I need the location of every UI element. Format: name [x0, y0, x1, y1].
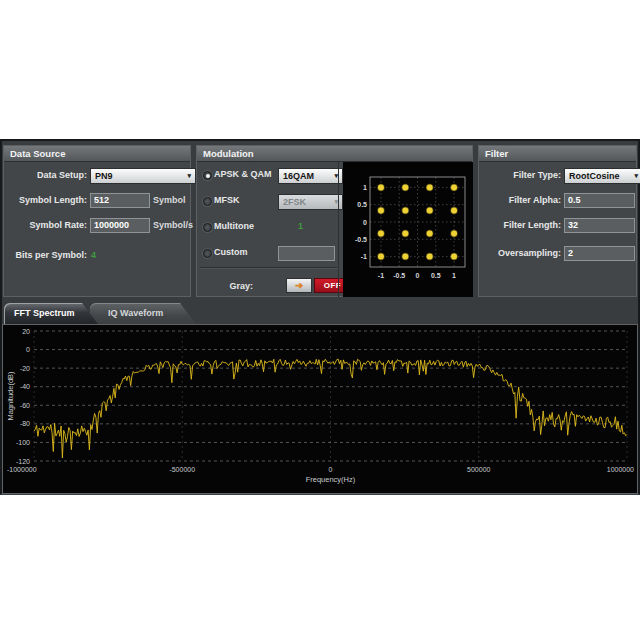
svg-text:Magnitude(dB): Magnitude(dB): [6, 371, 15, 421]
panel-data-source: Data Source Data Setup: PN9 ▾ Symbol Len…: [3, 145, 191, 297]
gray-toggle-arrow-button[interactable]: ➜: [286, 278, 312, 293]
svg-text:-1000000: -1000000: [7, 466, 37, 473]
custom-label: Custom: [214, 245, 248, 260]
filter-type-label: Filter Type:: [479, 168, 561, 183]
oversampling-input[interactable]: [564, 246, 635, 261]
apsk-qam-label: APSK & QAM: [214, 167, 272, 182]
svg-text:-80: -80: [20, 420, 30, 427]
filter-alpha-input[interactable]: [564, 193, 635, 208]
bits-per-symbol-value: 4: [91, 248, 96, 263]
svg-text:-0.5: -0.5: [355, 236, 367, 243]
radio-multitone[interactable]: [203, 223, 212, 232]
radio-custom[interactable]: [203, 249, 212, 258]
symbol-length-unit: Symbol: [153, 193, 186, 208]
filter-length-input[interactable]: [564, 218, 635, 233]
constellation-plot: -1-1-0.5-0.5000.50.511: [343, 162, 473, 297]
apsk-qam-value: 16QAM: [283, 171, 314, 181]
apsk-qam-select[interactable]: 16QAM ▾: [278, 168, 343, 184]
svg-text:0: 0: [363, 219, 367, 226]
arrow-right-icon: ➜: [295, 280, 303, 291]
svg-text:-1: -1: [361, 253, 367, 260]
signal-generator-window: Data Source Data Setup: PN9 ▾ Symbol Len…: [0, 139, 640, 495]
data-setup-label: Data Setup:: [4, 168, 87, 183]
svg-text:0.5: 0.5: [431, 272, 441, 279]
svg-text:0.5: 0.5: [357, 201, 367, 208]
data-setup-select[interactable]: PN9 ▾: [90, 168, 196, 184]
radio-apsk-qam[interactable]: [203, 171, 212, 180]
divider: [338, 162, 339, 297]
svg-text:-100: -100: [16, 439, 30, 446]
svg-text:-0.5: -0.5: [393, 272, 405, 279]
svg-text:-40: -40: [20, 383, 30, 390]
mfsk-label: MFSK: [214, 193, 240, 208]
panel-title-modulation: Modulation: [197, 146, 472, 162]
svg-text:-20: -20: [20, 365, 30, 372]
symbol-rate-unit: Symbol/s: [153, 218, 193, 233]
panel-title-filter: Filter: [479, 146, 636, 162]
chevron-down-icon: ▾: [187, 172, 191, 180]
gray-label: Gray:: [212, 279, 253, 294]
filter-type-value: RootCosine: [569, 171, 620, 181]
svg-text:1: 1: [452, 272, 456, 279]
svg-text:-120: -120: [16, 458, 30, 465]
multitone-value: 1: [298, 219, 303, 234]
mfsk-value: 2FSK: [283, 197, 306, 207]
constellation-svg: -1-1-0.5-0.5000.50.511: [343, 162, 473, 297]
svg-text:-500000: -500000: [169, 466, 195, 473]
filter-alpha-label: Filter Alpha:: [479, 193, 561, 208]
svg-text:0: 0: [329, 466, 333, 473]
symbol-length-input[interactable]: [90, 193, 150, 208]
symbol-length-label: Symbol Length:: [4, 193, 87, 208]
svg-text:500000: 500000: [467, 466, 490, 473]
svg-text:20: 20: [22, 328, 30, 335]
data-setup-value: PN9: [95, 171, 113, 181]
mfsk-select[interactable]: 2FSK ▾: [278, 194, 343, 210]
svg-text:0: 0: [416, 272, 420, 279]
radio-mfsk[interactable]: [203, 197, 212, 206]
svg-text:-60: -60: [20, 402, 30, 409]
filter-length-label: Filter Length:: [479, 218, 561, 233]
svg-text:-1: -1: [378, 272, 384, 279]
chevron-down-icon: ▾: [634, 172, 638, 180]
tab-fft-spectrum[interactable]: FFT Spectrum: [4, 303, 98, 324]
svg-text:Frequency(Hz): Frequency(Hz): [306, 475, 356, 484]
svg-text:0: 0: [26, 346, 30, 353]
screenshot-canvas: Data Source Data Setup: PN9 ▾ Symbol Len…: [0, 0, 640, 640]
divider: [200, 267, 337, 269]
custom-input[interactable]: [278, 246, 335, 261]
oversampling-label: Oversampling:: [479, 246, 561, 261]
svg-text:1: 1: [363, 184, 367, 191]
fft-spectrum-plot: 200-20-40-60-80-100-120-1000000-50000005…: [2, 324, 638, 494]
symbol-rate-input[interactable]: [90, 218, 150, 233]
tab-iq-waveform[interactable]: IQ Waveform: [90, 303, 196, 324]
symbol-rate-label: Symbol Rate:: [4, 218, 87, 233]
fft-spectrum-svg: 200-20-40-60-80-100-120-1000000-50000005…: [3, 325, 637, 493]
svg-text:1000000: 1000000: [607, 466, 634, 473]
panel-filter: Filter Filter Type: RootCosine ▾ Filter …: [478, 145, 637, 297]
multitone-label: Multitone: [214, 219, 254, 234]
filter-type-select[interactable]: RootCosine ▾: [564, 168, 640, 184]
panel-title-data-source: Data Source: [4, 146, 190, 162]
panel-modulation: Modulation APSK & QAM 16QAM ▾ MFSK 2FSK …: [196, 145, 473, 297]
bits-per-symbol-label: Bits per Symbol:: [4, 248, 87, 263]
